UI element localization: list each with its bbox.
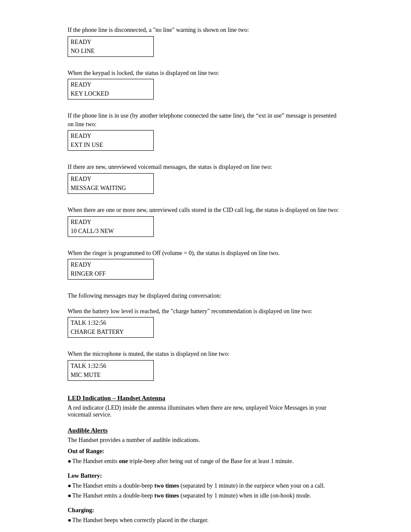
out-of-range-heading: Out of Range: (68, 448, 343, 455)
ext-in-use-section: If the phone line is in use (by another … (68, 112, 343, 156)
out-of-range-bullet-1: The Handset emits one triple-beep after … (68, 457, 343, 466)
conversation-intro-section: The following messages may be displayed … (68, 292, 343, 300)
mic-mute-section: When the microphone is muted, the status… (68, 350, 343, 386)
led-indication-heading: LED Indication – Handset Antenna (68, 395, 343, 402)
charge-battery-section: When the battery low level is reached, t… (68, 307, 343, 343)
low-battery-bullet-2: The Handset emits a double-beep two time… (68, 491, 343, 500)
low-battery-bold-1: two times (154, 482, 179, 489)
key-locked-section: When the keypad is locked, the status is… (68, 69, 343, 105)
cid-call-log-display: READY 10 CALL/3 NEW (68, 216, 154, 237)
conversation-intro-text: The following messages may be displayed … (68, 292, 343, 300)
cid-call-log-display-line1: READY (71, 218, 151, 227)
charge-battery-description: When the battery low level is reached, t… (68, 307, 343, 316)
no-line-section: If the phone line is disconnected, a "no… (68, 26, 343, 62)
key-locked-display-line1: READY (71, 80, 151, 89)
message-waiting-description: If there are new, unreviewed voicemail m… (68, 163, 343, 171)
charging-bullet-1: The Handset beeps when correctly placed … (68, 516, 343, 525)
low-battery-bold-2: two times (154, 492, 179, 499)
out-of-range-bold: one (119, 458, 128, 464)
message-waiting-display-line1: READY (71, 174, 151, 184)
cid-call-log-section: When there are one or more new, unreview… (68, 206, 343, 242)
audible-alerts-section: Audible Alerts The Handset provides a nu… (68, 427, 343, 532)
led-indication-body: A red indicator (LED) inside the antenna… (68, 404, 343, 418)
out-of-range-subsection: Out of Range: The Handset emits one trip… (68, 448, 343, 466)
message-waiting-display: READY MESSAGE WAITING (68, 173, 154, 194)
ringer-off-description: When the ringer is programmed to Off (vo… (68, 249, 343, 258)
no-line-description: If the phone line is disconnected, a "no… (68, 26, 343, 34)
no-line-display-line1: READY (71, 37, 151, 47)
ext-in-use-display-line1: READY (71, 131, 151, 140)
ringer-off-section: When the ringer is programmed to Off (vo… (68, 249, 343, 285)
page: If the phone line is disconnected, a "no… (59, 0, 352, 532)
no-line-display-line2: NO LINE (71, 47, 151, 56)
charge-battery-display: TALK 1:32:56 CHARGE BATTERY (68, 317, 154, 338)
audible-alerts-intro: The Handset provides a number of audible… (68, 437, 343, 444)
mic-mute-display-line1: TALK 1:32:56 (71, 361, 151, 370)
key-locked-display: READY KEY LOCKED (68, 79, 154, 100)
cid-call-log-display-line2: 10 CALL/3 NEW (71, 227, 151, 236)
audible-alerts-heading: Audible Alerts (68, 427, 343, 434)
ringer-off-display: READY RINGER OFF (68, 259, 154, 280)
charging-subsection: Charging: The Handset beeps when correct… (68, 507, 343, 525)
ext-in-use-description: If the phone line is in use (by another … (68, 112, 343, 128)
key-locked-display-line2: KEY LOCKED (71, 89, 151, 98)
charge-battery-display-line1: TALK 1:32:56 (71, 318, 151, 327)
key-locked-description: When the keypad is locked, the status is… (68, 69, 343, 78)
ringer-off-display-line1: READY (71, 260, 151, 269)
ringer-off-display-line2: RINGER OFF (71, 269, 151, 278)
low-battery-heading: Low Battery: (68, 473, 343, 479)
mic-mute-display: TALK 1:32:56 MIC MUTE (68, 360, 154, 381)
mic-mute-description: When the microphone is muted, the status… (68, 350, 343, 358)
ext-in-use-display-line2: EXT IN USE (71, 140, 151, 149)
no-line-display: READY NO LINE (68, 36, 154, 57)
mic-mute-display-line2: MIC MUTE (71, 370, 151, 380)
led-indication-section: LED Indication – Handset Antenna A red i… (68, 395, 343, 418)
low-battery-subsection: Low Battery: The Handset emits a double-… (68, 473, 343, 500)
low-battery-bullet-1: The Handset emits a double-beep two time… (68, 481, 343, 490)
message-waiting-display-line2: MESSAGE WAITING (71, 184, 151, 193)
message-waiting-section: If there are new, unreviewed voicemail m… (68, 163, 343, 199)
charge-battery-display-line2: CHARGE BATTERY (71, 327, 151, 336)
charging-heading: Charging: (68, 507, 343, 514)
ext-in-use-display: READY EXT IN USE (68, 130, 154, 151)
cid-call-log-description: When there are one or more new, unreview… (68, 206, 343, 215)
